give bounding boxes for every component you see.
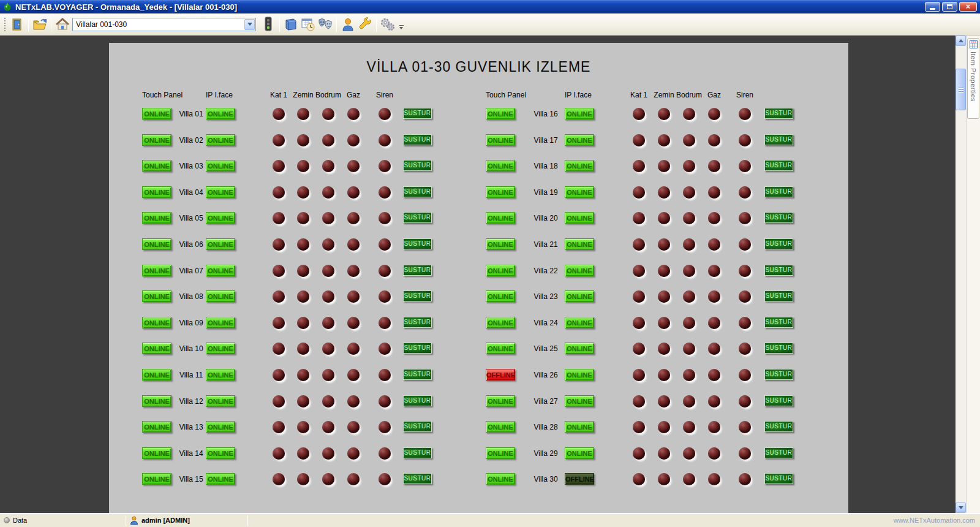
sustur-button[interactable]: SUSTUR <box>764 473 793 484</box>
ip-interface-status-badge: ONLINE <box>206 186 235 198</box>
toolbar-grip[interactable] <box>4 17 6 32</box>
vendor-website-link[interactable]: www.NETxAutomation.com <box>894 517 980 524</box>
villa-name-label: Villa 13 <box>172 423 210 431</box>
touch-panel-status-badge: ONLINE <box>486 447 515 459</box>
header-gaz: Gaz <box>340 91 367 99</box>
sustur-button[interactable]: SUSTUR <box>403 395 432 406</box>
siren-led-indicator <box>379 160 391 172</box>
item-properties-tab-label: Item Properties <box>970 51 977 102</box>
scheduler-button[interactable] <box>300 16 317 33</box>
sustur-button[interactable]: SUSTUR <box>764 395 793 406</box>
sustur-button[interactable]: SUSTUR <box>403 421 432 432</box>
sustur-button[interactable]: SUSTUR <box>764 290 793 301</box>
kat1-led-indicator <box>633 238 645 251</box>
scrollbar-thumb[interactable] <box>956 69 966 110</box>
bodrum-led-indicator <box>322 238 334 251</box>
gaz-led-indicator <box>347 290 360 303</box>
sustur-button[interactable]: SUSTUR <box>403 134 432 145</box>
close-button[interactable]: × <box>959 2 977 12</box>
villa-row: ONLINEVilla 25ONLINESUSTUR <box>486 343 829 356</box>
workspace-door-button[interactable] <box>9 16 26 33</box>
siren-led-indicator <box>739 369 751 381</box>
sustur-button[interactable]: SUSTUR <box>764 317 793 328</box>
toolbar-overflow-button[interactable] <box>398 16 405 33</box>
view-selector-combobox[interactable]: Villalar 001-030 <box>72 18 256 31</box>
ip-interface-status-badge: OFFLINE <box>565 473 594 485</box>
ip-interface-status-badge: ONLINE <box>565 343 594 354</box>
header-siren: Siren <box>371 91 398 99</box>
sustur-button[interactable]: SUSTUR <box>403 108 432 119</box>
open-project-button[interactable] <box>31 16 48 33</box>
sustur-button[interactable]: SUSTUR <box>764 160 793 171</box>
home-view-button[interactable] <box>54 16 71 33</box>
gaz-led-indicator <box>347 134 360 146</box>
sustur-button[interactable]: SUSTUR <box>403 473 432 484</box>
sustur-button[interactable]: SUSTUR <box>764 421 793 432</box>
ip-interface-status-badge: ONLINE <box>565 134 594 146</box>
scroll-down-button[interactable] <box>956 502 966 513</box>
kat1-led-indicator <box>633 265 645 277</box>
sustur-button[interactable]: SUSTUR <box>403 160 432 171</box>
touch-panel-status-badge: ONLINE <box>486 473 515 485</box>
settings-button[interactable] <box>379 16 396 33</box>
sustur-button[interactable]: SUSTUR <box>764 447 793 458</box>
sustur-button[interactable]: SUSTUR <box>403 186 432 197</box>
villa-row: ONLINEVilla 03ONLINESUSTUR <box>142 160 485 173</box>
bodrum-led-indicator <box>322 473 334 485</box>
ip-interface-status-badge: ONLINE <box>565 421 594 433</box>
touch-panel-status-badge: ONLINE <box>486 265 515 276</box>
ip-interface-status-badge: ONLINE <box>206 473 235 485</box>
bodrum-led-indicator <box>683 317 695 329</box>
zemin-led-indicator <box>658 421 670 433</box>
sustur-button[interactable]: SUSTUR <box>764 134 793 145</box>
sustur-button[interactable]: SUSTUR <box>764 238 793 249</box>
sustur-button[interactable]: SUSTUR <box>403 369 432 380</box>
minimize-button[interactable] <box>925 2 940 12</box>
bodrum-led-indicator <box>683 343 695 355</box>
traffic-light-status-button[interactable] <box>260 16 277 33</box>
sustur-button[interactable]: SUSTUR <box>403 265 432 276</box>
villa-name-label: Villa 07 <box>172 267 210 275</box>
villa-name-label: Villa 10 <box>172 344 210 353</box>
bodrum-led-indicator <box>322 369 334 381</box>
zemin-led-indicator <box>658 265 670 277</box>
log-book-button[interactable] <box>282 16 300 33</box>
bodrum-led-indicator <box>322 421 334 433</box>
sustur-button[interactable]: SUSTUR <box>764 212 793 223</box>
kat1-led-indicator <box>633 108 645 120</box>
ip-interface-status-badge: ONLINE <box>565 265 594 276</box>
sustur-button[interactable]: SUSTUR <box>764 265 793 276</box>
villa-row: OFFLINEVilla 26ONLINESUSTUR <box>486 369 829 382</box>
kat1-led-indicator <box>633 290 645 303</box>
sustur-button[interactable]: SUSTUR <box>403 343 432 354</box>
sustur-button[interactable]: SUSTUR <box>403 447 432 458</box>
combobox-dropdown-button[interactable] <box>244 19 255 30</box>
gaz-led-indicator <box>708 473 720 485</box>
sustur-button[interactable]: SUSTUR <box>403 238 432 249</box>
header-ip-iface: IP I.face <box>206 91 233 99</box>
vertical-scrollbar[interactable] <box>956 36 966 513</box>
gaz-led-indicator <box>347 238 360 251</box>
sustur-button[interactable]: SUSTUR <box>764 343 793 354</box>
header-kat1: Kat 1 <box>265 91 292 99</box>
tools-button[interactable] <box>356 16 374 33</box>
sustur-button[interactable]: SUSTUR <box>403 317 432 328</box>
villa-row: ONLINEVilla 12ONLINESUSTUR <box>142 395 485 409</box>
zemin-led-indicator <box>297 421 309 433</box>
ip-interface-status-badge: ONLINE <box>206 421 235 433</box>
siren-led-indicator <box>379 473 391 485</box>
restore-button[interactable] <box>942 2 957 12</box>
sustur-button[interactable]: SUSTUR <box>764 186 793 197</box>
sustur-button[interactable]: SUSTUR <box>764 108 793 119</box>
scroll-up-button[interactable] <box>956 36 966 46</box>
scenes-button[interactable] <box>317 16 334 33</box>
users-button[interactable] <box>339 16 356 33</box>
tab-item-properties[interactable]: Item Properties <box>967 38 979 119</box>
sustur-button[interactable]: SUSTUR <box>403 212 432 223</box>
zemin-led-indicator <box>658 212 670 224</box>
siren-led-indicator <box>739 160 751 172</box>
sustur-button[interactable]: SUSTUR <box>764 369 793 380</box>
sustur-button[interactable]: SUSTUR <box>403 290 432 301</box>
header-kat1: Kat 1 <box>625 91 652 99</box>
gaz-led-indicator <box>708 290 720 303</box>
